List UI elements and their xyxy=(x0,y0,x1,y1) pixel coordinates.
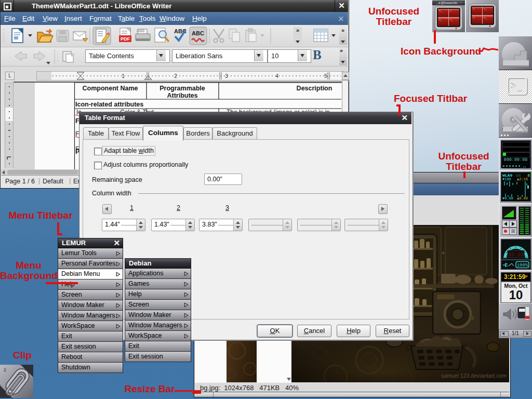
svg-text:Component Name: Component Name xyxy=(83,85,138,92)
svg-text:4: 4 xyxy=(275,73,278,79)
svg-text:>: > xyxy=(473,16,474,20)
svg-text:>: > xyxy=(473,7,474,11)
svg-text:>_: >_ xyxy=(484,7,487,11)
svg-text:Icon-related attributes: Icon-related attributes xyxy=(75,101,143,108)
svg-text:Attributes: Attributes xyxy=(167,92,197,99)
svg-text:>_: >_ xyxy=(450,18,454,22)
svg-text:Description: Description xyxy=(297,85,332,92)
svg-text:2: 2 xyxy=(4,367,6,373)
svg-text:>_: >_ xyxy=(484,16,487,20)
svg-text:ABC: ABC xyxy=(192,30,204,36)
svg-text:>_: >_ xyxy=(439,18,443,22)
svg-text:1: 1 xyxy=(122,73,125,79)
svg-text:»: » xyxy=(296,27,299,33)
svg-text:samuel 123.deviantart.com: samuel 123.deviantart.com xyxy=(441,373,507,379)
svg-text:3: 3 xyxy=(225,73,228,79)
svg-text:88:38: 88:38 xyxy=(508,252,524,258)
svg-text:>: > xyxy=(450,9,451,13)
svg-text:»: » xyxy=(341,27,344,33)
svg-text:>_: >_ xyxy=(439,9,443,13)
svg-text:Net: Net xyxy=(7,391,14,396)
svg-text:2: 2 xyxy=(174,73,177,79)
svg-text:5: 5 xyxy=(324,73,327,79)
svg-text:PDF: PDF xyxy=(121,36,130,42)
svg-text:100%: 100% xyxy=(517,263,528,268)
svg-text:Programmable: Programmable xyxy=(159,85,205,92)
